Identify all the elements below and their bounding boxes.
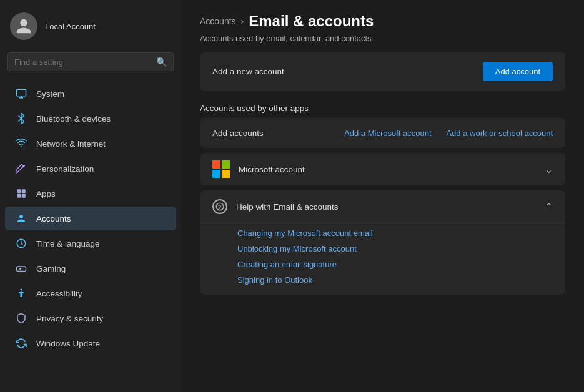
sidebar-item-label: Time & language bbox=[36, 239, 100, 248]
svg-rect-4 bbox=[22, 194, 26, 198]
network-icon bbox=[15, 137, 27, 150]
sidebar-item-label: Network & internet bbox=[36, 139, 106, 149]
help-section: Help with Email & accounts ⌃ Changing my… bbox=[200, 190, 565, 295]
sidebar-item-accessibility[interactable]: Accessibility bbox=[5, 282, 176, 305]
help-links-body: Changing my Microsoft account email Unbl… bbox=[200, 223, 565, 295]
svg-rect-0 bbox=[17, 89, 26, 96]
user-icon bbox=[15, 17, 32, 35]
help-icon bbox=[212, 199, 227, 214]
sidebar-item-label: Privacy & security bbox=[36, 314, 103, 323]
search-container: 🔍 bbox=[0, 50, 181, 79]
search-box[interactable]: 🔍 bbox=[7, 52, 174, 71]
privacy-icon bbox=[15, 312, 27, 325]
avatar bbox=[10, 12, 37, 40]
sidebar-item-privacy[interactable]: Privacy & security bbox=[5, 306, 176, 330]
svg-rect-3 bbox=[17, 194, 21, 198]
help-link-2[interactable]: Creating an email signature bbox=[237, 260, 553, 269]
sidebar-item-label: Personalization bbox=[36, 164, 94, 174]
svg-rect-2 bbox=[22, 189, 26, 193]
add-accounts-label: Add accounts bbox=[212, 129, 340, 138]
breadcrumb: Accounts › Email & accounts bbox=[200, 12, 565, 30]
sidebar-item-apps[interactable]: Apps bbox=[5, 182, 176, 205]
user-section: Local Account bbox=[0, 0, 181, 50]
add-accounts-row: Add accounts Add a Microsoft account Add… bbox=[200, 118, 565, 148]
breadcrumb-parent[interactable]: Accounts bbox=[200, 16, 236, 26]
help-link-0[interactable]: Changing my Microsoft account email bbox=[237, 228, 553, 238]
ms-logo-yellow bbox=[222, 170, 230, 178]
ms-account-label: Microsoft account bbox=[239, 165, 536, 174]
ms-logo-blue bbox=[212, 170, 220, 178]
help-link-1[interactable]: Unblocking my Microsoft account bbox=[237, 244, 553, 253]
sidebar-item-label: Windows Update bbox=[36, 339, 100, 348]
sidebar-item-network[interactable]: Network & internet bbox=[5, 132, 176, 155]
add-microsoft-account-link[interactable]: Add a Microsoft account bbox=[344, 129, 431, 138]
link-separator bbox=[438, 128, 440, 138]
gaming-icon bbox=[15, 262, 27, 275]
sidebar-item-label: Bluetooth & devices bbox=[36, 114, 111, 124]
sidebar-item-gaming[interactable]: Gaming bbox=[5, 257, 176, 280]
sidebar: Local Account 🔍 System Bluetooth & devic… bbox=[0, 0, 181, 392]
sidebar-item-accounts[interactable]: Accounts bbox=[5, 207, 176, 230]
system-icon bbox=[15, 87, 27, 100]
help-header-row[interactable]: Help with Email & accounts ⌃ bbox=[200, 190, 565, 223]
accessibility-icon bbox=[15, 287, 27, 300]
breadcrumb-current: Email & accounts bbox=[249, 12, 374, 30]
add-new-account-label: Add a new account bbox=[212, 67, 284, 76]
red-arrow-annotation bbox=[315, 118, 365, 124]
sidebar-item-time[interactable]: Time & language bbox=[5, 232, 176, 255]
sidebar-item-bluetooth[interactable]: Bluetooth & devices bbox=[5, 107, 176, 130]
section2-header: Accounts used by other apps bbox=[200, 104, 565, 113]
sidebar-item-label: Apps bbox=[36, 189, 56, 198]
sidebar-item-update[interactable]: Windows Update bbox=[5, 331, 176, 355]
help-label: Help with Email & accounts bbox=[236, 202, 536, 212]
sidebar-item-system[interactable]: System bbox=[5, 82, 176, 105]
update-icon bbox=[15, 337, 27, 350]
sidebar-item-label: Accessibility bbox=[36, 289, 82, 298]
sidebar-item-label: System bbox=[36, 89, 64, 99]
microsoft-account-card[interactable]: Microsoft account ⌄ bbox=[200, 153, 565, 185]
help-link-3[interactable]: Signing in to Outlook bbox=[237, 275, 553, 285]
time-icon bbox=[15, 237, 27, 250]
search-icon: 🔍 bbox=[156, 57, 167, 67]
sidebar-item-label: Accounts bbox=[36, 214, 71, 223]
breadcrumb-separator: › bbox=[241, 16, 244, 26]
microsoft-logo bbox=[212, 160, 230, 178]
sidebar-item-label: Gaming bbox=[36, 264, 66, 273]
bluetooth-icon bbox=[15, 112, 27, 125]
apps-icon bbox=[15, 187, 27, 200]
main-content: Accounts › Email & accounts Accounts use… bbox=[181, 0, 584, 392]
chevron-up-icon: ⌃ bbox=[545, 201, 553, 213]
sidebar-item-personalization[interactable]: Personalization bbox=[5, 157, 176, 180]
user-name: Local Account bbox=[45, 22, 96, 31]
nav-list: System Bluetooth & devices Network & int… bbox=[0, 79, 181, 392]
chevron-down-icon: ⌄ bbox=[545, 164, 553, 175]
ms-account-row: Microsoft account ⌄ bbox=[200, 153, 565, 185]
add-work-school-link[interactable]: Add a work or school account bbox=[446, 129, 553, 138]
add-new-account-row: Add a new account Add account bbox=[200, 52, 565, 91]
add-account-button[interactable]: Add account bbox=[483, 62, 553, 81]
accounts-icon bbox=[15, 212, 27, 225]
svg-rect-1 bbox=[17, 189, 21, 193]
add-accounts-card: Add accounts Add a Microsoft account Add… bbox=[200, 118, 565, 148]
personalization-icon bbox=[15, 162, 27, 175]
ms-logo-green bbox=[222, 160, 230, 169]
section1-subtitle: Accounts used by email, calendar, and co… bbox=[200, 34, 565, 43]
ms-logo-red bbox=[212, 160, 220, 169]
svg-point-7 bbox=[21, 289, 22, 291]
add-new-account-card: Add a new account Add account bbox=[200, 52, 565, 91]
search-input[interactable] bbox=[14, 57, 151, 67]
